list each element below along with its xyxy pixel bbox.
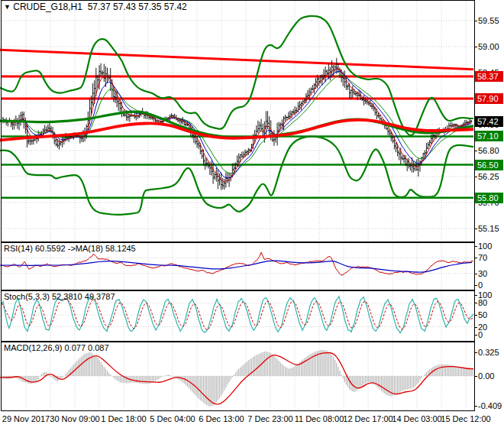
axis-tick-label: 55.15 [478,224,504,233]
macd-indicator-label: MACD(12,26,9) 0.077 0.087 [4,343,109,352]
time-label: 11 Dec 08:00 [295,414,344,423]
axis-tick-label: -0.409 [478,401,504,410]
chart-window: ▼ CRUDE_G18,H1 57.37 57.43 57.35 57.42 R… [0,0,504,428]
axis-tick-mark [475,303,477,303]
time-label: 30 Nov 09:00 [50,414,99,423]
price-badge-red: 58.37 [475,71,503,82]
axis-tick-label: 56.80 [478,146,504,155]
time-label: 1 Dec 18:00 [101,414,146,423]
axis-tick-label: 56.25 [478,172,504,181]
axis-tick-mark [475,315,477,316]
macd-histogram [3,350,473,407]
axis-tick-mark [475,21,477,21]
axis-tick-mark [475,335,477,336]
bollinger-lower-line [0,137,473,215]
axis-tick-mark [475,177,477,177]
axis-tick-mark [475,327,477,328]
main-chart-canvas[interactable] [0,0,475,242]
axis-tick-label: 0.00 [478,371,504,381]
time-axis[interactable]: 29 Nov 201730 Nov 09:001 Dec 18:005 Dec … [0,412,504,428]
price-badge-green: 57.10 [475,131,503,141]
axis-tick-label: 80 [478,298,504,307]
axis-tick-mark [475,406,477,407]
time-label: 7 Dec 23:00 [247,414,292,423]
axis-tick-label: 0 [478,280,504,290]
ohlc-values: 57.37 57.43 57.35 57.42 [88,2,187,12]
resistance-trendline [0,50,473,69]
axis-tick-label: 30 [478,269,504,278]
price-axis[interactable]: 59.5559.0058.4557.3556.8056.2555.7055.15… [475,0,504,428]
price-badge-black: 57.42 [475,116,503,127]
axis-tick-mark [475,258,477,258]
chart-title: ▼ CRUDE_G18,H1 57.37 57.43 57.35 57.42 [4,2,187,12]
axis-tick-mark [475,47,477,47]
axis-tick-mark [475,352,477,353]
price-badge-green: 56.50 [475,160,503,170]
axis-tick-mark [475,229,477,229]
axis-tick-mark [475,376,477,377]
axis-tick-label: 59.55 [478,16,504,25]
time-label: 6 Dec 13:00 [199,414,244,423]
time-label: 14 Dec 03:00 [392,414,441,423]
axis-tick-mark [475,151,477,151]
axis-tick-mark [475,285,477,286]
axis-tick-label: 0.325 [478,348,504,357]
rsi-ma-line [0,261,472,272]
axis-tick-mark [475,246,477,247]
axis-tick-label: 0 [478,330,504,339]
time-label: 5 Dec 04:00 [150,414,195,423]
stochastic-indicator-label: Stoch(5,3,3) 52.3810 49.3787 [4,292,115,301]
time-label: 12 Dec 17:00 [343,414,393,423]
axis-tick-mark [475,274,477,274]
rsi-indicator-label: RSI(14) 60.5592 ->MA(18) 58.1245 [4,244,136,253]
axis-tick-label: 59.00 [478,42,504,51]
symbol-period-label: CRUDE_G18,H1 [13,2,82,12]
price-badge-red: 57.90 [475,93,503,104]
axis-tick-label: 100 [478,242,504,251]
time-label: 29 Nov 2017 [2,414,50,423]
price-badge-green: 55.80 [475,193,503,203]
axis-tick-mark [475,295,477,296]
axis-tick-label: 70 [478,253,504,262]
axis-tick-label: 50 [478,310,504,319]
dropdown-triangle-icon[interactable]: ▼ [4,3,11,11]
